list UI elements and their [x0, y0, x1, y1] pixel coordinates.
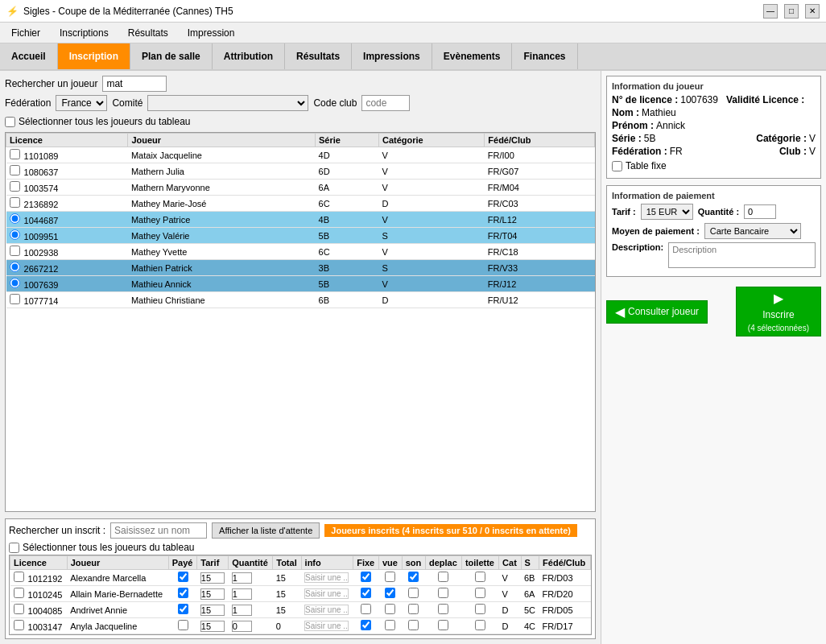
row-checkbox[interactable]: [10, 262, 20, 272]
tarif-field[interactable]: [200, 621, 225, 632]
inscrire-button[interactable]: ▶ Inscrire (4 sélectionnées): [736, 287, 821, 336]
tab-inscription[interactable]: Inscription: [58, 43, 130, 69]
row-checkbox[interactable]: [10, 229, 20, 240]
info-field[interactable]: [304, 621, 349, 631]
vue-checkbox[interactable]: [385, 620, 395, 630]
row-checkbox[interactable]: [10, 294, 20, 304]
son-checkbox[interactable]: [408, 588, 419, 598]
toilette-checkbox[interactable]: [475, 604, 485, 614]
vue-checkbox[interactable]: [385, 604, 395, 614]
bottom-row-checkbox[interactable]: [14, 604, 24, 614]
menu-impression[interactable]: Impression: [184, 26, 238, 39]
search-input[interactable]: [102, 76, 167, 92]
fixe-checkbox[interactable]: [361, 604, 371, 614]
son-checkbox[interactable]: [408, 572, 419, 582]
table-fixe-checkbox[interactable]: [612, 161, 622, 171]
row-checkbox[interactable]: [10, 197, 20, 208]
paye-checkbox[interactable]: [178, 588, 188, 598]
paye-checkbox[interactable]: [178, 620, 188, 630]
federation-select[interactable]: France: [56, 95, 107, 111]
row-checkbox[interactable]: [10, 149, 20, 159]
federation-label: Fédération: [5, 97, 51, 109]
player-table-container[interactable]: Licence Joueur Série Catégorie Fédé/Club…: [5, 132, 596, 512]
left-panel: Rechercher un joueur Fédération France C…: [0, 71, 601, 644]
deplac-checkbox[interactable]: [438, 572, 448, 582]
tarif-select[interactable]: 15 EUR: [641, 204, 693, 220]
description-input[interactable]: [668, 242, 816, 268]
toilette-checkbox[interactable]: [475, 588, 485, 598]
tab-resultats[interactable]: Résultats: [285, 43, 352, 69]
menu-resultats[interactable]: Résultats: [125, 26, 171, 39]
paye-checkbox[interactable]: [178, 604, 188, 614]
comite-select[interactable]: [147, 95, 308, 111]
status-badge: Joueurs inscrits (4 inscrits sur 510 / 0…: [324, 524, 577, 537]
son-checkbox[interactable]: [408, 620, 419, 630]
son-checkbox[interactable]: [408, 604, 419, 614]
toilette-checkbox[interactable]: [475, 572, 485, 582]
vue-checkbox[interactable]: [385, 572, 395, 582]
bottom-row-checkbox[interactable]: [14, 572, 24, 582]
table-row[interactable]: 1077714 Mathieu Christiane 6B D FR/U12: [6, 292, 595, 308]
bottom-search-input[interactable]: [110, 522, 207, 539]
fixe-checkbox[interactable]: [361, 588, 371, 598]
table-row[interactable]: 1101089 Mataix Jacqueline 4D V FR/I00: [6, 147, 595, 163]
table-row[interactable]: 1007639 Mathieu Annick 5B V FR/J12: [6, 276, 595, 292]
quantite-field[interactable]: [232, 621, 252, 632]
tab-accueil[interactable]: Accueil: [0, 43, 58, 69]
menu-fichier[interactable]: Fichier: [8, 26, 43, 39]
quantite-input[interactable]: [744, 204, 776, 219]
tarif-field[interactable]: [200, 572, 225, 584]
vue-checkbox[interactable]: [385, 588, 395, 598]
bottom-table-row[interactable]: 1004085 Andrivet Annie 15 D 5C FR/D05: [10, 602, 591, 618]
minimize-button[interactable]: —: [763, 4, 778, 19]
tab-evenements[interactable]: Evènements: [432, 43, 513, 69]
row-checkbox[interactable]: [10, 181, 20, 192]
menu-inscriptions[interactable]: Inscriptions: [56, 26, 112, 39]
select-all-checkbox[interactable]: [5, 117, 15, 127]
bottom-row-checkbox[interactable]: [14, 620, 24, 630]
toilette-checkbox[interactable]: [475, 620, 485, 630]
tab-attribution[interactable]: Attribution: [213, 43, 285, 69]
fixe-checkbox[interactable]: [361, 572, 371, 582]
row-checkbox[interactable]: [10, 213, 20, 224]
cell-categorie: V: [378, 163, 484, 180]
table-row[interactable]: 2667212 Mathien Patrick 3B S FR/V33: [6, 260, 595, 276]
deplac-checkbox[interactable]: [438, 620, 448, 630]
deplac-checkbox[interactable]: [438, 604, 448, 614]
bottom-row-checkbox[interactable]: [14, 588, 24, 598]
tab-impressions[interactable]: Impressions: [352, 43, 432, 69]
consulter-button[interactable]: ◀ Consulter joueur: [606, 300, 708, 324]
bottom-table-row[interactable]: 1012192 Alexandre Marcella 15 V 6B FR/D0…: [10, 570, 591, 586]
restore-button[interactable]: □: [784, 4, 799, 19]
quantite-field[interactable]: [232, 605, 252, 616]
tarif-field[interactable]: [200, 605, 225, 616]
table-row[interactable]: 1002938 Mathey Yvette 6C V FR/C18: [6, 244, 595, 260]
deplac-checkbox[interactable]: [438, 588, 448, 598]
codeclub-input[interactable]: [361, 95, 410, 111]
info-field[interactable]: [304, 588, 349, 599]
bottom-table-container[interactable]: Licence Joueur Payé Tarif Quantité Total…: [9, 555, 592, 635]
bottom-table-row[interactable]: 1003147 Anyla Jacqueline 0 D 4C FR/D17: [10, 618, 591, 634]
close-button[interactable]: ✕: [805, 4, 820, 19]
row-checkbox[interactable]: [10, 246, 20, 256]
quantite-field[interactable]: [232, 588, 252, 600]
bottom-select-all-checkbox[interactable]: [9, 543, 19, 553]
table-row[interactable]: 1009951 Mathey Valérie 5B S FR/T04: [6, 228, 595, 244]
bottom-table-row[interactable]: 1010245 Allain Marie-Bernadette 15 V 6A …: [10, 586, 591, 602]
tab-finances[interactable]: Finances: [512, 43, 577, 69]
show-waitlist-button[interactable]: Afficher la liste d'attente: [212, 522, 320, 539]
quantite-field[interactable]: [232, 572, 252, 584]
table-row[interactable]: 1080637 Mathern Julia 6D V FR/G07: [6, 163, 595, 180]
tarif-field[interactable]: [200, 588, 225, 600]
paye-checkbox[interactable]: [178, 572, 188, 582]
row-checkbox[interactable]: [10, 165, 20, 175]
fixe-checkbox[interactable]: [361, 620, 371, 630]
moyen-select[interactable]: Carte Bancaire: [704, 223, 801, 239]
info-field[interactable]: [304, 572, 349, 583]
tab-plan-de-salle[interactable]: Plan de salle: [130, 43, 213, 69]
table-row[interactable]: 1003574 Mathern Maryvonne 6A V FR/M04: [6, 180, 595, 196]
info-field[interactable]: [304, 605, 349, 615]
row-checkbox[interactable]: [10, 278, 20, 288]
table-row[interactable]: 1044687 Mathey Patrice 4B V FR/L12: [6, 212, 595, 228]
table-row[interactable]: 2136892 Mathey Marie-José 6C D FR/C03: [6, 196, 595, 212]
